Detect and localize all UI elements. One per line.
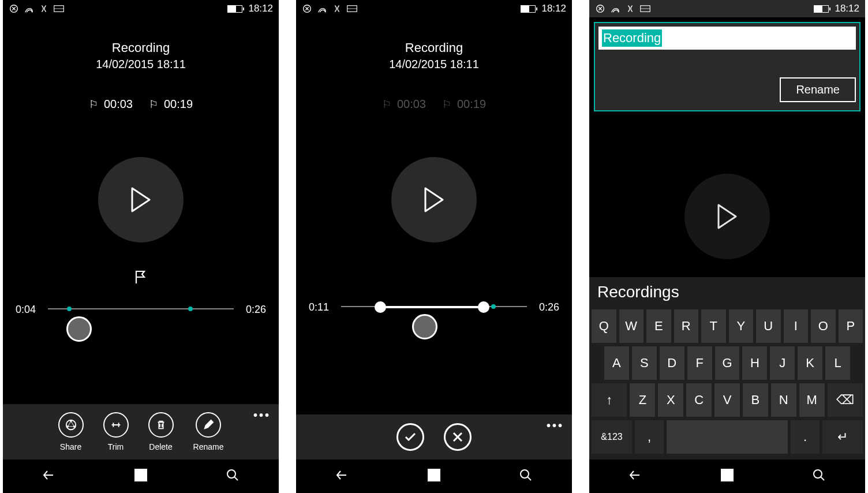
svg-rect-18 (434, 475, 440, 481)
add-flag-button[interactable] (3, 269, 279, 287)
play-button[interactable] (391, 157, 477, 242)
back-button[interactable] (42, 468, 57, 485)
key-v[interactable]: V (714, 383, 740, 417)
flag-icon: ⚐ (382, 98, 391, 111)
key-a[interactable]: A (604, 346, 629, 380)
svg-rect-17 (428, 475, 433, 481)
flag-icon: ⚐ (442, 98, 451, 111)
signal-icon (317, 3, 327, 14)
rename-confirm-button[interactable]: Rename (780, 77, 856, 102)
status-bar: 18:12 (589, 0, 865, 17)
key-t[interactable]: T (701, 309, 726, 343)
key-enter[interactable]: ↵ (822, 420, 863, 454)
nav-bar (296, 460, 572, 493)
more-button[interactable]: ••• (547, 419, 564, 432)
key-shift[interactable]: ↑ (592, 383, 627, 417)
delete-button[interactable]: Delete (148, 412, 174, 451)
key-q[interactable]: Q (592, 309, 616, 343)
flag-icon: ⚐ (89, 98, 98, 111)
trim-button[interactable]: Trim (103, 412, 129, 451)
key-space[interactable] (667, 420, 788, 454)
playhead-handle[interactable] (412, 314, 437, 339)
signal-icon (610, 3, 620, 14)
search-button[interactable] (518, 468, 533, 485)
flag-item: ⚐ 00:03 (382, 98, 426, 111)
svg-point-27 (814, 470, 822, 478)
search-button[interactable] (811, 468, 826, 485)
battery-icon (814, 5, 829, 13)
svg-rect-26 (727, 475, 733, 481)
start-button[interactable] (426, 468, 442, 485)
key-i[interactable]: I (784, 309, 809, 343)
trim-slider[interactable] (336, 301, 532, 331)
key-z[interactable]: Z (630, 383, 655, 417)
key-b[interactable]: B (743, 383, 768, 417)
key-p[interactable]: P (839, 309, 863, 343)
key-d[interactable]: D (660, 346, 684, 380)
start-button[interactable] (720, 468, 735, 485)
confirm-trim-button[interactable] (396, 423, 424, 451)
nav-bar (3, 460, 279, 493)
play-button[interactable] (98, 157, 184, 242)
flag-time: 00:19 (164, 98, 193, 111)
nfc-icon (625, 3, 635, 14)
rename-input-value: Recording (602, 29, 662, 47)
back-button[interactable] (335, 468, 350, 485)
key-numbers[interactable]: &123 (592, 420, 632, 454)
flag-time: 00:19 (457, 98, 486, 111)
current-time: 0:11 (309, 301, 336, 313)
screen-trim: 18:12 Recording 14/02/2015 18:11 ⚐ 00:03… (296, 0, 572, 493)
key-n[interactable]: N (771, 383, 796, 417)
flag-item[interactable]: ⚐ 00:19 (149, 98, 193, 111)
cancel-trim-button[interactable] (444, 423, 472, 451)
svg-rect-8 (141, 469, 147, 474)
nfc-icon (39, 3, 49, 14)
key-r[interactable]: R (674, 309, 699, 343)
svg-point-11 (227, 470, 235, 478)
key-u[interactable]: U (756, 309, 781, 343)
trim-app-bar: ••• (296, 414, 572, 460)
key-comma[interactable]: , (635, 420, 664, 454)
vibrate-icon (302, 3, 312, 14)
key-o[interactable]: O (811, 309, 836, 343)
key-e[interactable]: E (646, 309, 671, 343)
svg-rect-7 (135, 469, 140, 474)
screen-rename: 18:12 Recording Rename Recordings QWERTY… (589, 0, 865, 493)
suggestion-bar[interactable]: Recordings (589, 277, 865, 307)
nav-bar (589, 460, 865, 493)
key-k[interactable]: K (798, 346, 822, 380)
key-c[interactable]: C (686, 383, 712, 417)
key-l[interactable]: L (825, 346, 850, 380)
svg-rect-25 (721, 475, 726, 481)
start-button[interactable] (133, 468, 148, 485)
share-label: Share (60, 442, 81, 451)
key-w[interactable]: W (619, 309, 644, 343)
search-button[interactable] (225, 468, 240, 485)
key-m[interactable]: M (799, 383, 825, 417)
key-y[interactable]: Y (729, 309, 754, 343)
key-g[interactable]: G (715, 346, 740, 380)
key-period[interactable]: . (791, 420, 820, 454)
vibrate-icon (595, 3, 605, 14)
key-s[interactable]: S (632, 346, 657, 380)
share-button[interactable]: Share (58, 412, 84, 451)
key-backspace[interactable]: ⌫ (828, 383, 863, 417)
battery-icon (521, 5, 536, 13)
back-button[interactable] (628, 468, 643, 485)
trim-start-handle[interactable] (375, 301, 386, 313)
status-bar: 18:12 (3, 0, 279, 17)
key-f[interactable]: F (687, 346, 712, 380)
key-x[interactable]: X (658, 383, 683, 417)
rename-button[interactable]: Rename (193, 412, 224, 451)
flag-time: 00:03 (397, 98, 426, 111)
flag-item[interactable]: ⚐ 00:03 (89, 98, 133, 111)
flag-item: ⚐ 00:19 (442, 98, 486, 111)
keyboard-status-icon (640, 3, 650, 14)
playhead-handle[interactable] (66, 316, 92, 342)
key-j[interactable]: J (770, 346, 795, 380)
key-h[interactable]: H (742, 346, 767, 380)
trim-end-handle[interactable] (478, 301, 489, 313)
more-button[interactable]: ••• (253, 409, 271, 422)
track-slider[interactable] (43, 304, 238, 334)
rename-input[interactable]: Recording (598, 27, 856, 50)
